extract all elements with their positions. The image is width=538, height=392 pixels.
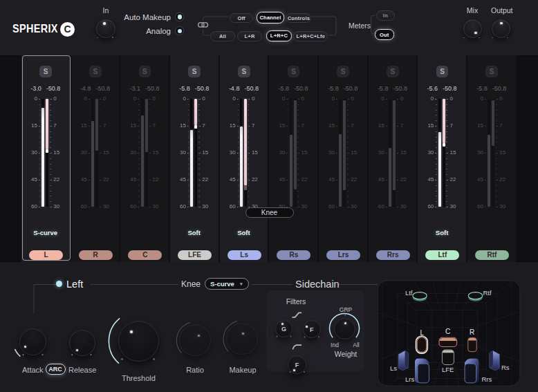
svg-text:C: C [445, 328, 449, 335]
svg-text:Lrs: Lrs [405, 375, 414, 383]
svg-text:Ls: Ls [389, 364, 396, 372]
svg-text:L: L [420, 329, 424, 337]
svg-text:R: R [470, 328, 474, 336]
svg-text:Rtf: Rtf [483, 289, 492, 297]
svg-text:Rs: Rs [501, 364, 510, 371]
svg-text:LFE: LFE [441, 366, 453, 373]
svg-text:Ltf: Ltf [405, 289, 412, 297]
svg-text:Rrs: Rrs [481, 375, 492, 383]
